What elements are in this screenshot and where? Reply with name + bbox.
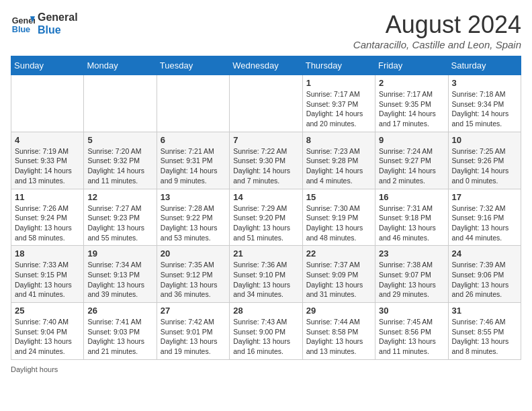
day-number: 4 xyxy=(15,135,80,145)
calendar-cell: 2Sunrise: 7:17 AM Sunset: 9:35 PM Daylig… xyxy=(375,75,448,132)
calendar-cell: 15Sunrise: 7:30 AM Sunset: 9:19 PM Dayli… xyxy=(302,189,375,246)
day-number: 3 xyxy=(452,78,517,88)
calendar-cell: 5Sunrise: 7:20 AM Sunset: 9:32 PM Daylig… xyxy=(84,132,157,189)
svg-text:Blue: Blue xyxy=(12,25,30,34)
calendar-week-row: 4Sunrise: 7:19 AM Sunset: 9:33 PM Daylig… xyxy=(11,132,521,189)
calendar-cell: 29Sunrise: 7:44 AM Sunset: 8:58 PM Dayli… xyxy=(302,303,375,360)
calendar-week-row: 1Sunrise: 7:17 AM Sunset: 9:37 PM Daylig… xyxy=(11,75,521,132)
column-header-wednesday: Wednesday xyxy=(230,56,302,75)
column-header-thursday: Thursday xyxy=(302,56,375,75)
day-number: 12 xyxy=(87,192,152,202)
day-info: Sunrise: 7:40 AM Sunset: 9:04 PM Dayligh… xyxy=(15,317,80,357)
day-info: Sunrise: 7:18 AM Sunset: 9:34 PM Dayligh… xyxy=(452,89,517,129)
day-number: 20 xyxy=(161,248,226,259)
day-info: Sunrise: 7:36 AM Sunset: 9:10 PM Dayligh… xyxy=(233,260,298,300)
calendar-cell xyxy=(157,75,229,132)
day-info: Sunrise: 7:32 AM Sunset: 9:16 PM Dayligh… xyxy=(452,203,517,243)
calendar-cell: 4Sunrise: 7:19 AM Sunset: 9:33 PM Daylig… xyxy=(11,132,84,189)
day-number: 11 xyxy=(15,192,80,202)
calendar-header-row: SundayMondayTuesdayWednesdayThursdayFrid… xyxy=(11,56,521,75)
logo-text-blue: Blue xyxy=(38,24,78,36)
calendar-cell: 14Sunrise: 7:29 AM Sunset: 9:20 PM Dayli… xyxy=(230,189,302,246)
calendar-cell xyxy=(230,75,302,132)
calendar-cell: 13Sunrise: 7:28 AM Sunset: 9:22 PM Dayli… xyxy=(157,189,229,246)
day-number: 1 xyxy=(306,78,371,88)
day-number: 28 xyxy=(233,306,298,316)
day-info: Sunrise: 7:25 AM Sunset: 9:26 PM Dayligh… xyxy=(452,146,517,186)
day-number: 30 xyxy=(379,306,444,316)
calendar-cell: 1Sunrise: 7:17 AM Sunset: 9:37 PM Daylig… xyxy=(302,75,375,132)
day-number: 17 xyxy=(452,192,517,202)
day-info: Sunrise: 7:31 AM Sunset: 9:18 PM Dayligh… xyxy=(379,203,444,243)
calendar-cell: 7Sunrise: 7:22 AM Sunset: 9:30 PM Daylig… xyxy=(230,132,302,189)
calendar-week-row: 25Sunrise: 7:40 AM Sunset: 9:04 PM Dayli… xyxy=(11,303,521,360)
title-block: August 2024 Cantaracillo, Castille and L… xyxy=(353,11,521,50)
day-number: 10 xyxy=(452,135,517,145)
calendar-cell: 17Sunrise: 7:32 AM Sunset: 9:16 PM Dayli… xyxy=(448,189,521,246)
calendar-cell: 19Sunrise: 7:34 AM Sunset: 9:13 PM Dayli… xyxy=(84,246,157,303)
day-info: Sunrise: 7:30 AM Sunset: 9:19 PM Dayligh… xyxy=(306,203,371,243)
calendar-cell: 21Sunrise: 7:36 AM Sunset: 9:10 PM Dayli… xyxy=(230,246,302,303)
logo-text-general: General xyxy=(38,11,78,24)
calendar-cell: 28Sunrise: 7:43 AM Sunset: 9:00 PM Dayli… xyxy=(230,303,302,360)
day-number: 19 xyxy=(87,248,152,259)
day-info: Sunrise: 7:44 AM Sunset: 8:58 PM Dayligh… xyxy=(306,317,371,357)
day-info: Sunrise: 7:34 AM Sunset: 9:13 PM Dayligh… xyxy=(87,260,152,300)
footer: Daylight hours xyxy=(11,365,521,373)
logo: General Blue General Blue xyxy=(11,11,78,36)
calendar-cell: 16Sunrise: 7:31 AM Sunset: 9:18 PM Dayli… xyxy=(375,189,448,246)
day-info: Sunrise: 7:24 AM Sunset: 9:27 PM Dayligh… xyxy=(379,146,444,186)
column-header-saturday: Saturday xyxy=(448,56,521,75)
day-number: 22 xyxy=(306,248,371,259)
day-number: 14 xyxy=(233,192,298,202)
calendar-cell xyxy=(84,75,157,132)
day-info: Sunrise: 7:17 AM Sunset: 9:37 PM Dayligh… xyxy=(306,89,371,129)
column-header-sunday: Sunday xyxy=(11,56,84,75)
page-header: General Blue General Blue August 2024 Ca… xyxy=(11,11,521,50)
day-info: Sunrise: 7:29 AM Sunset: 9:20 PM Dayligh… xyxy=(233,203,298,243)
day-info: Sunrise: 7:38 AM Sunset: 9:07 PM Dayligh… xyxy=(379,260,444,300)
calendar-cell: 12Sunrise: 7:27 AM Sunset: 9:23 PM Dayli… xyxy=(84,189,157,246)
calendar-week-row: 11Sunrise: 7:26 AM Sunset: 9:24 PM Dayli… xyxy=(11,189,521,246)
day-number: 29 xyxy=(306,306,371,316)
day-number: 24 xyxy=(452,248,517,259)
calendar-cell: 3Sunrise: 7:18 AM Sunset: 9:34 PM Daylig… xyxy=(448,75,521,132)
calendar-cell xyxy=(11,75,84,132)
day-info: Sunrise: 7:33 AM Sunset: 9:15 PM Dayligh… xyxy=(15,260,80,300)
calendar-cell: 25Sunrise: 7:40 AM Sunset: 9:04 PM Dayli… xyxy=(11,303,84,360)
day-number: 26 xyxy=(87,306,152,316)
calendar-cell: 20Sunrise: 7:35 AM Sunset: 9:12 PM Dayli… xyxy=(157,246,229,303)
location-subtitle: Cantaracillo, Castille and Leon, Spain xyxy=(353,39,521,50)
day-number: 6 xyxy=(161,135,226,145)
day-info: Sunrise: 7:42 AM Sunset: 9:01 PM Dayligh… xyxy=(161,317,226,357)
day-number: 15 xyxy=(306,192,371,202)
daylight-label: Daylight hours xyxy=(11,365,58,373)
calendar-cell: 10Sunrise: 7:25 AM Sunset: 9:26 PM Dayli… xyxy=(448,132,521,189)
column-header-tuesday: Tuesday xyxy=(157,56,229,75)
calendar-table: SundayMondayTuesdayWednesdayThursdayFrid… xyxy=(11,56,521,360)
day-number: 2 xyxy=(379,78,444,88)
day-info: Sunrise: 7:41 AM Sunset: 9:03 PM Dayligh… xyxy=(87,317,152,357)
calendar-cell: 26Sunrise: 7:41 AM Sunset: 9:03 PM Dayli… xyxy=(84,303,157,360)
calendar-cell: 24Sunrise: 7:39 AM Sunset: 9:06 PM Dayli… xyxy=(448,246,521,303)
day-info: Sunrise: 7:19 AM Sunset: 9:33 PM Dayligh… xyxy=(15,146,80,186)
day-number: 5 xyxy=(87,135,152,145)
day-number: 25 xyxy=(15,306,80,316)
day-info: Sunrise: 7:45 AM Sunset: 8:56 PM Dayligh… xyxy=(379,317,444,357)
calendar-cell: 9Sunrise: 7:24 AM Sunset: 9:27 PM Daylig… xyxy=(375,132,448,189)
day-number: 27 xyxy=(161,306,226,316)
month-title: August 2024 xyxy=(353,11,521,39)
day-info: Sunrise: 7:37 AM Sunset: 9:09 PM Dayligh… xyxy=(306,260,371,300)
calendar-cell: 8Sunrise: 7:23 AM Sunset: 9:28 PM Daylig… xyxy=(302,132,375,189)
calendar-cell: 23Sunrise: 7:38 AM Sunset: 9:07 PM Dayli… xyxy=(375,246,448,303)
day-info: Sunrise: 7:17 AM Sunset: 9:35 PM Dayligh… xyxy=(379,89,444,129)
day-info: Sunrise: 7:39 AM Sunset: 9:06 PM Dayligh… xyxy=(452,260,517,300)
day-number: 9 xyxy=(379,135,444,145)
column-header-monday: Monday xyxy=(84,56,157,75)
day-number: 18 xyxy=(15,248,80,259)
day-info: Sunrise: 7:46 AM Sunset: 8:55 PM Dayligh… xyxy=(452,317,517,357)
calendar-cell: 6Sunrise: 7:21 AM Sunset: 9:31 PM Daylig… xyxy=(157,132,229,189)
column-header-friday: Friday xyxy=(375,56,448,75)
day-info: Sunrise: 7:22 AM Sunset: 9:30 PM Dayligh… xyxy=(233,146,298,186)
day-number: 13 xyxy=(161,192,226,202)
